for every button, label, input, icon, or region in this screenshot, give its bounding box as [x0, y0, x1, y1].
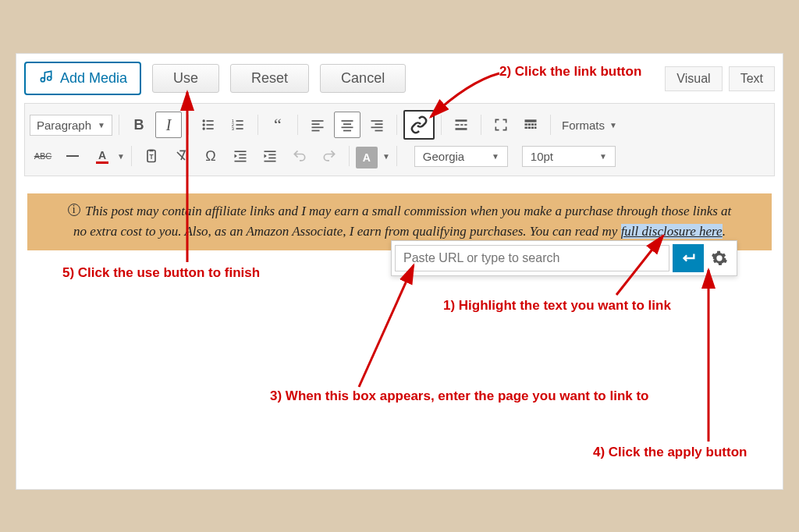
svg-rect-16: [312, 127, 324, 129]
paragraph-select[interactable]: Paragraph ▼: [30, 115, 112, 136]
separator: [257, 115, 258, 135]
gear-icon: [711, 250, 728, 267]
font-size-select[interactable]: 10pt ▼: [522, 146, 616, 167]
svg-point-3: [203, 123, 205, 126]
separator: [396, 115, 397, 135]
chevron-down-icon[interactable]: ▼: [117, 152, 125, 161]
info-icon: i: [68, 204, 80, 216]
toolbar-toggle-button[interactable]: [517, 112, 544, 138]
link-button[interactable]: [403, 110, 435, 140]
music-note-icon: [38, 69, 54, 88]
editor-content-area[interactable]: i This post may contain affiliate links …: [16, 176, 783, 268]
separator: [441, 115, 442, 135]
svg-rect-39: [534, 127, 537, 129]
svg-rect-46: [234, 161, 246, 162]
link-settings-button[interactable]: [705, 244, 733, 272]
annotation-5: 5) Click the use button to finish: [62, 265, 260, 281]
svg-rect-13: [236, 128, 243, 129]
read-more-button[interactable]: [448, 112, 474, 138]
blockquote-button[interactable]: “: [265, 112, 291, 138]
align-right-button[interactable]: [364, 112, 390, 138]
toolbar: Paragraph ▼ B I 123 “: [24, 103, 775, 176]
separator: [396, 146, 397, 166]
svg-rect-34: [531, 123, 534, 126]
svg-rect-26: [456, 119, 467, 122]
align-left-button[interactable]: [304, 112, 331, 138]
svg-rect-32: [525, 123, 527, 126]
outdent-button[interactable]: [227, 143, 254, 169]
formats-dropdown[interactable]: Formats ▼: [557, 115, 622, 135]
svg-rect-19: [343, 123, 351, 125]
svg-rect-36: [525, 127, 527, 129]
svg-rect-27: [456, 124, 460, 126]
clear-formatting-button[interactable]: [168, 143, 194, 169]
annotation-3: 3) When this box appears, enter the page…: [270, 388, 649, 404]
horizontal-rule-button[interactable]: [59, 143, 86, 169]
numbered-list-button[interactable]: 123: [225, 112, 251, 138]
svg-rect-22: [371, 120, 383, 122]
svg-rect-30: [456, 128, 467, 130]
special-character-button[interactable]: Ω: [197, 143, 224, 169]
svg-rect-5: [207, 120, 214, 122]
background-color-button[interactable]: A: [356, 147, 378, 168]
svg-rect-20: [342, 127, 353, 129]
svg-rect-25: [375, 130, 383, 132]
tab-visual[interactable]: Visual: [665, 66, 722, 91]
enter-arrow-icon: [680, 250, 697, 267]
tab-text[interactable]: Text: [729, 66, 775, 91]
separator: [481, 115, 481, 135]
apply-link-button[interactable]: [673, 244, 704, 272]
toolbar-row-1: Paragraph ▼ B I 123 “: [30, 108, 769, 141]
link-url-input[interactable]: [395, 245, 669, 271]
disclosure-text-2: no extra cost to you. Also, as an Amazon…: [73, 224, 621, 239]
top-row: Add Media Use Reset Cancel Visual Text: [16, 54, 783, 100]
svg-rect-45: [239, 158, 246, 159]
chevron-down-icon: ▼: [98, 121, 105, 129]
selected-link-text[interactable]: full disclosure here: [621, 224, 723, 239]
fullscreen-button[interactable]: [488, 112, 514, 138]
reset-button[interactable]: Reset: [230, 64, 309, 93]
paste-text-button[interactable]: T: [138, 143, 165, 169]
chevron-down-icon: ▼: [492, 152, 499, 161]
separator: [119, 115, 119, 135]
svg-rect-38: [531, 127, 534, 129]
text-color-button[interactable]: A: [89, 143, 115, 169]
separator: [188, 115, 189, 135]
use-button[interactable]: Use: [152, 64, 219, 93]
redo-button[interactable]: [316, 143, 343, 169]
svg-rect-23: [375, 123, 383, 125]
bold-button[interactable]: B: [126, 112, 152, 138]
align-center-button[interactable]: [334, 112, 360, 138]
svg-rect-6: [207, 124, 214, 126]
chevron-down-icon: ▼: [599, 152, 607, 161]
add-media-label: Add Media: [60, 70, 127, 87]
paragraph-select-label: Paragraph: [37, 119, 91, 132]
chevron-down-icon[interactable]: ▼: [382, 152, 390, 161]
undo-button[interactable]: [286, 143, 313, 169]
svg-rect-44: [239, 154, 246, 156]
separator: [550, 115, 551, 135]
svg-rect-29: [464, 124, 467, 126]
svg-rect-21: [343, 130, 351, 132]
svg-point-4: [203, 127, 205, 129]
svg-point-2: [203, 119, 205, 122]
svg-rect-33: [528, 123, 531, 126]
font-family-select[interactable]: Georgia ▼: [414, 146, 508, 167]
formats-label: Formats: [562, 119, 605, 132]
add-media-button[interactable]: Add Media: [24, 62, 141, 95]
annotation-1: 1) Highlight the text you want to link: [443, 298, 671, 314]
disclosure-text-1: This post may contain affiliate links an…: [82, 204, 732, 218]
svg-rect-11: [236, 120, 243, 122]
svg-rect-12: [236, 124, 243, 126]
svg-rect-18: [342, 120, 353, 122]
bullet-list-button[interactable]: [195, 112, 222, 138]
svg-rect-15: [312, 123, 320, 125]
svg-rect-31: [525, 119, 537, 122]
separator: [297, 115, 298, 135]
indent-button[interactable]: [257, 143, 283, 169]
strikethrough-button[interactable]: ABC: [30, 143, 56, 169]
italic-button[interactable]: I: [155, 112, 182, 138]
link-popup: [391, 240, 737, 276]
svg-rect-24: [371, 127, 383, 129]
cancel-button[interactable]: Cancel: [320, 64, 406, 93]
